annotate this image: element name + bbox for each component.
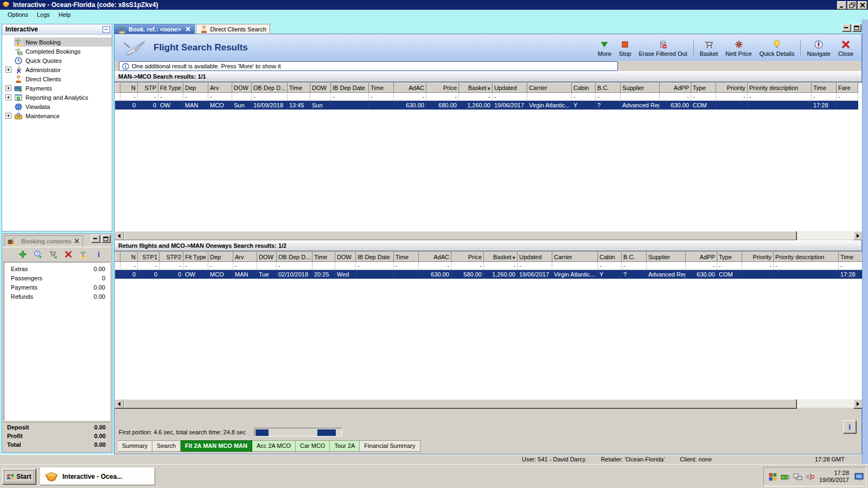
column-header[interactable]: Cabin	[598, 253, 622, 262]
filter-cell[interactable]: -	[183, 262, 208, 270]
filter-cell[interactable]: -	[138, 93, 158, 101]
filter-cell[interactable]	[527, 93, 572, 101]
column-header[interactable]: Price	[451, 253, 484, 262]
sidebar-item[interactable]: Quick Quotes	[2, 56, 112, 65]
filter-cell[interactable]	[552, 262, 598, 270]
window-minimize-button[interactable]	[837, 1, 846, 9]
filter-cell[interactable]	[115, 262, 120, 270]
filter-cell[interactable]: -	[419, 262, 451, 270]
bottom-tab[interactable]: Financial Summary	[360, 440, 420, 452]
filter-cell[interactable]: -	[622, 262, 647, 270]
column-header[interactable]: OB Dep D...	[277, 253, 312, 262]
column-header[interactable]: Priority description	[774, 253, 839, 262]
show-desktop-icon[interactable]	[854, 472, 864, 481]
filter-cell[interactable]: -	[233, 262, 257, 270]
column-header[interactable]: AdAC	[394, 84, 426, 93]
filter-cell[interactable]: -	[572, 93, 596, 101]
tab-booking-ref[interactable]: Book. ref.: <none>	[114, 24, 195, 34]
column-header[interactable]: Priority	[742, 253, 774, 262]
column-header[interactable]: AdPP	[660, 84, 691, 93]
column-header[interactable]: IB Dep Date	[331, 84, 369, 93]
delete-x-icon[interactable]	[64, 250, 73, 259]
filter-cell[interactable]: -	[394, 262, 419, 270]
column-header[interactable]: Type	[717, 253, 742, 262]
column-header[interactable]: Priority description	[748, 84, 812, 93]
filter-cell[interactable]: -	[331, 93, 369, 101]
filter-cell[interactable]	[621, 93, 660, 101]
booking-row[interactable]: Extras 0.00	[11, 266, 105, 275]
sidebar-item[interactable]: Administrator	[2, 65, 112, 74]
filter-cell[interactable]	[232, 93, 252, 101]
filter-cell[interactable]: -	[837, 93, 858, 101]
toolbar-button[interactable]: Basket	[696, 38, 722, 57]
column-header[interactable]: IB Dep Date	[356, 253, 394, 262]
filter-cell[interactable]	[647, 262, 686, 270]
scroll-right-arrow[interactable]	[853, 231, 863, 240]
filter-cell[interactable]: -	[686, 262, 717, 270]
column-header[interactable]: DOW	[335, 253, 356, 262]
bottom-tab[interactable]: Summary	[118, 440, 152, 452]
column-header[interactable]: Flt Type	[158, 84, 183, 93]
column-header[interactable]: DOW	[310, 84, 331, 93]
scroll-left-arrow[interactable]	[114, 231, 124, 240]
sidebar-item[interactable]: New Booking	[2, 37, 112, 47]
column-header[interactable]: B.C.	[596, 84, 621, 93]
sidebar-item[interactable]: Direct Clients	[2, 74, 112, 84]
column-header[interactable]	[115, 253, 120, 262]
result-row[interactable]: 00OWMANMCOSun16/09/201813:45Sun630.00680…	[115, 101, 858, 110]
filter-cell[interactable]: -	[691, 93, 716, 101]
column-header[interactable]: DOW	[257, 253, 277, 262]
cart-go-icon[interactable]	[49, 250, 58, 259]
volume-muted-icon[interactable]	[806, 472, 815, 481]
column-header[interactable]: B.C.	[622, 253, 647, 262]
filter-cell[interactable]	[335, 262, 356, 270]
bottom-tab[interactable]: Tour 2A	[330, 440, 360, 452]
filter-cell[interactable]: -	[493, 93, 527, 101]
column-header[interactable]: STP1	[138, 253, 159, 262]
filter-cell[interactable]: -	[277, 262, 312, 270]
horizontal-scrollbar[interactable]	[114, 399, 863, 408]
booking-contents-tab[interactable]: Booking contents	[4, 235, 83, 247]
column-header[interactable]: Dep	[208, 253, 233, 262]
column-header[interactable]: Time	[812, 84, 837, 93]
filter-cell[interactable]: -	[394, 93, 426, 101]
booking-row[interactable]: Refunds 0.00	[11, 293, 105, 303]
column-header[interactable]: Supplier	[647, 253, 686, 262]
column-header[interactable]: STP	[138, 84, 158, 93]
column-header[interactable]: Flt Type	[183, 253, 208, 262]
tab-close-icon[interactable]	[185, 26, 191, 32]
column-header[interactable]: Fare	[837, 84, 858, 93]
filter-cell[interactable]	[312, 262, 335, 270]
network-adapter-icon[interactable]	[781, 472, 790, 481]
filter-cell[interactable]	[115, 93, 120, 101]
bottom-tab[interactable]: Car MCO	[296, 440, 330, 452]
column-header[interactable]: Carrier	[527, 84, 572, 93]
toolbar-button[interactable]: Quick Details	[756, 38, 799, 57]
column-header[interactable]: Price	[426, 84, 459, 93]
pane-maximize-button[interactable]	[101, 235, 110, 242]
sidebar-item[interactable]: $ Payments	[2, 84, 112, 93]
filter-cell[interactable]	[310, 93, 331, 101]
toolbar-button[interactable]: Nett Price	[722, 38, 755, 57]
filter-cell[interactable]: -	[426, 93, 459, 101]
filter-cell[interactable]: -	[596, 93, 621, 101]
column-header[interactable]: Basket▼	[459, 84, 493, 93]
column-header[interactable]: Supplier	[621, 84, 660, 93]
info-button[interactable]: i	[843, 420, 856, 433]
expand-plus-icon[interactable]	[5, 67, 11, 73]
menu-item[interactable]: Options	[3, 11, 33, 18]
start-button[interactable]: Start	[2, 468, 36, 484]
expand-plus-icon[interactable]	[5, 113, 11, 119]
column-header[interactable]: AdAC	[419, 253, 451, 262]
network-icon[interactable]	[793, 472, 802, 481]
filter-cell[interactable]: -	[839, 262, 863, 270]
palm-icon[interactable]	[79, 250, 88, 259]
filter-cell[interactable]: -	[120, 262, 138, 270]
toolbar-button[interactable]: Erase Filtered Out	[635, 38, 691, 57]
column-header[interactable]: Time	[394, 253, 419, 262]
result-row[interactable]: 000OWMCOMANTue02/10/201820:25Wed630.0058…	[115, 270, 863, 279]
scroll-right-arrow[interactable]	[853, 399, 863, 408]
column-header[interactable]: N	[120, 84, 138, 93]
column-header[interactable]: Dep	[183, 84, 208, 93]
horizontal-scrollbar[interactable]	[114, 230, 863, 240]
